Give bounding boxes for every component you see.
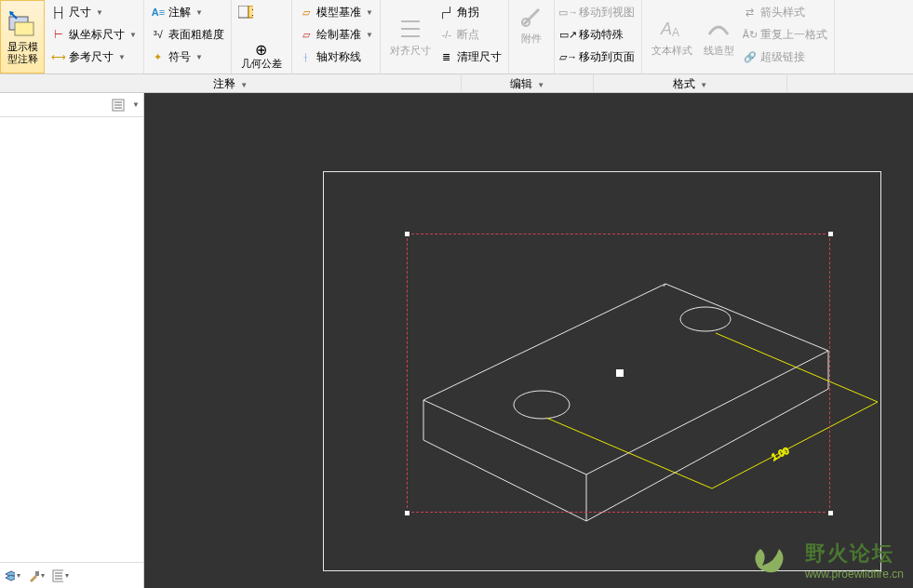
dropdown-arrow-icon: ▼ xyxy=(240,81,248,89)
symbol-button[interactable]: ✦符号▼ xyxy=(148,47,227,67)
wildfire-logo-icon xyxy=(749,540,792,577)
watermark: 野火论坛 www.proewildfire.cn xyxy=(805,540,904,581)
ref-dim-button[interactable]: ⟷参考尺寸▼ xyxy=(48,47,140,67)
gtol-group: 1M ⊕ 几何公差 xyxy=(232,0,292,74)
gtol-icon: ⊕ xyxy=(254,43,269,58)
roughness-button[interactable]: ³√表面粗糙度 xyxy=(148,24,227,45)
hyperlink-button: 🔗超级链接 xyxy=(740,47,830,67)
axis-symmetry-button[interactable]: ⟊轴对称线 xyxy=(296,47,376,67)
format-group: AA 文本样式 线造型 ⇄箭头样式 Å↻重复上一格式 🔗超级链接 xyxy=(642,0,835,74)
break-button: -/-断点 xyxy=(436,24,504,45)
svg-text:A: A xyxy=(672,26,679,39)
layers-icon xyxy=(4,569,15,582)
repeat-format-button: Å↻重复上一格式 xyxy=(740,24,830,45)
main-area: ▼ ▾ ▾ ▾ 1.00 xyxy=(0,93,913,588)
move-to-page-button[interactable]: ▱→移动到页面 xyxy=(558,47,638,67)
list-icon xyxy=(52,569,63,582)
gtol-frame-icon: 1M xyxy=(238,5,253,20)
model-tree-panel: ▼ ▾ ▾ ▾ xyxy=(0,93,144,588)
hyperlink-icon: 🔗 xyxy=(743,49,758,64)
note-button[interactable]: A≡注解▼ xyxy=(148,2,227,22)
model-datum-icon: ▱ xyxy=(299,5,314,20)
dropdown-arrow-icon: ▼ xyxy=(366,31,373,39)
move-to-view-button: ▭→移动到视图 xyxy=(558,2,638,22)
line-style-icon xyxy=(705,16,732,42)
align-icon xyxy=(397,16,423,42)
svg-rect-3 xyxy=(238,6,248,18)
axis-icon: ⟊ xyxy=(299,49,314,64)
dropdown-arrow-icon: ▼ xyxy=(129,31,137,39)
attach-group: 附件 xyxy=(509,0,555,74)
move-group: ▭→移动到视图 ▭↗移动特殊 ▱→移动到页面 xyxy=(555,0,642,74)
corner-button[interactable]: ┌┘角拐 xyxy=(436,2,504,22)
corner-icon: ┌┘ xyxy=(439,5,454,20)
resize-handle-se[interactable] xyxy=(827,510,834,516)
dropdown-arrow-icon: ▼ xyxy=(118,53,126,61)
cleanup-icon: ≣ xyxy=(439,49,454,64)
draw-datum-button[interactable]: ▱绘制基准▼ xyxy=(296,24,376,45)
resize-handle-ne[interactable] xyxy=(827,231,834,237)
gtol-icon-button[interactable]: 1M xyxy=(235,2,288,22)
datum-group: ▱模型基准▼ ▱绘制基准▼ ⟊轴对称线 xyxy=(292,0,381,74)
resize-handle-sw[interactable] xyxy=(404,510,410,516)
layer-button[interactable]: ▾ xyxy=(4,568,20,584)
svg-text:1M: 1M xyxy=(251,7,253,18)
dropdown-arrow-icon: ▼ xyxy=(195,8,203,17)
cleanup-dim-button[interactable]: ≣清理尺寸 xyxy=(436,47,504,67)
big-button-label: 显示模型注释 xyxy=(3,41,42,63)
dropdown-arrow-icon: ▼ xyxy=(700,81,707,89)
dropdown-arrow-icon: ▼ xyxy=(96,8,103,17)
symbol-icon: ✦ xyxy=(151,49,166,64)
svg-text:A: A xyxy=(660,20,672,38)
list-icon xyxy=(112,99,125,112)
panel-menu-button[interactable] xyxy=(110,97,127,114)
display-button[interactable]: ▾ xyxy=(52,568,69,584)
resize-handle-nw[interactable] xyxy=(404,231,410,237)
panel-body[interactable] xyxy=(0,117,143,562)
watermark-url: www.proewildfire.cn xyxy=(805,568,904,581)
roughness-icon: ³√ xyxy=(151,27,166,42)
break-icon: -/- xyxy=(439,27,454,42)
model-annotation-icon xyxy=(7,9,37,39)
drawing-canvas[interactable]: 1.00 野火论坛 www.proewildfire.cn xyxy=(144,93,913,588)
ordinate-dim-button[interactable]: ⊢纵坐标尺寸▼ xyxy=(48,24,140,45)
note-icon: A≡ xyxy=(151,5,166,20)
align-dim-button: 对齐尺寸 xyxy=(384,2,436,72)
geom-tolerance-button[interactable]: ⊕ 几何公差 xyxy=(235,43,288,72)
ribbon-toolbar: 显示模型注释 ├┤尺寸▼ ⊢纵坐标尺寸▼ ⟷参考尺寸▼ A≡注解▼ ³√表面粗糙… xyxy=(0,0,913,74)
tab-annotate[interactable]: 注释 ▼ xyxy=(0,74,462,92)
repeat-icon: Å↻ xyxy=(743,27,758,42)
text-style-icon: AA xyxy=(659,16,685,42)
cleanup-group: 对齐尺寸 ┌┘角拐 -/-断点 ≣清理尺寸 xyxy=(381,0,509,74)
tab-edit[interactable]: 编辑 ▼ xyxy=(462,74,594,92)
dimension-icon: ├┤ xyxy=(51,5,66,20)
move-special-button[interactable]: ▭↗移动特殊 xyxy=(558,24,638,45)
move-view-icon: ▭→ xyxy=(561,5,576,20)
attach-button: 附件 xyxy=(513,2,550,47)
move-special-icon: ▭↗ xyxy=(561,27,576,42)
line-style-button: 线造型 xyxy=(698,2,740,72)
draw-datum-icon: ▱ xyxy=(299,27,314,42)
hammer-icon xyxy=(28,569,39,582)
panel-toolbar: ▼ xyxy=(0,93,143,117)
show-model-annotations-button[interactable]: 显示模型注释 xyxy=(0,0,45,74)
ordinate-icon: ⊢ xyxy=(51,27,66,42)
ribbon-tab-bar: 注释 ▼ 编辑 ▼ 格式 ▼ xyxy=(0,74,913,93)
model-datum-button[interactable]: ▱模型基准▼ xyxy=(296,2,376,22)
refdim-icon: ⟷ xyxy=(51,49,66,64)
attach-icon xyxy=(518,4,544,30)
text-style-button: AA 文本样式 xyxy=(646,2,698,72)
panel-bottom-toolbar: ▾ ▾ ▾ xyxy=(0,562,143,588)
dimension-group: ├┤尺寸▼ ⊢纵坐标尺寸▼ ⟷参考尺寸▼ xyxy=(45,0,144,74)
settings-button[interactable]: ▾ xyxy=(28,568,45,584)
dropdown-arrow-icon: ▼ xyxy=(195,53,203,61)
arrow-style-icon: ⇄ xyxy=(743,5,758,20)
move-page-icon: ▱→ xyxy=(561,49,576,64)
center-handle[interactable] xyxy=(616,369,624,377)
dropdown-arrow-icon[interactable]: ▼ xyxy=(132,100,140,109)
dimension-button[interactable]: ├┤尺寸▼ xyxy=(48,2,140,22)
arrow-style-button: ⇄箭头样式 xyxy=(740,2,830,22)
dropdown-arrow-icon: ▼ xyxy=(366,8,373,17)
tab-format[interactable]: 格式 ▼ xyxy=(594,74,787,92)
svg-rect-10 xyxy=(35,571,39,576)
